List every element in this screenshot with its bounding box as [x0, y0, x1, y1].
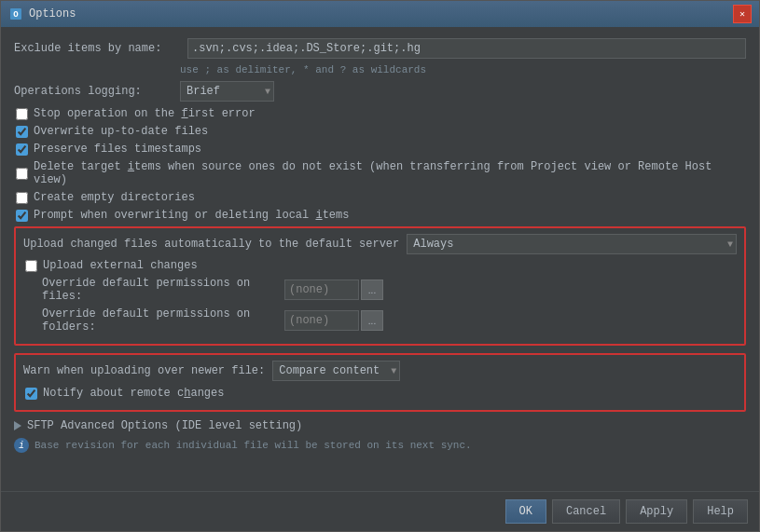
- warn-top-row: Warn when uploading over newer file: Com…: [23, 361, 737, 381]
- checkbox-row-4: Delete target items when source ones do …: [14, 160, 746, 186]
- warn-select[interactable]: Compare content Always Never: [272, 361, 400, 381]
- upload-auto-select[interactable]: Always Never On explicit save action Ask: [407, 234, 737, 254]
- warn-section: Warn when uploading over newer file: Com…: [14, 353, 746, 412]
- overwrite-files-label: Overwrite up-to-date files: [34, 125, 208, 138]
- ops-logging-label: Operations logging:: [14, 81, 180, 102]
- permissions-folders-browse-button[interactable]: ...: [361, 310, 383, 331]
- checkbox-row-1: Stop operation on the first error: [14, 107, 746, 120]
- exclude-items-row: Exclude items by name:: [14, 38, 746, 59]
- ops-logging-select[interactable]: Brief None Operations Commands: [180, 81, 274, 102]
- prompt-overwrite-label: Prompt when overwriting or deleting loca…: [34, 209, 349, 222]
- notify-changes-checkbox[interactable]: [25, 388, 37, 400]
- ops-logging-row: Operations logging: Brief None Operation…: [14, 81, 746, 102]
- sftp-expand-icon: [14, 421, 21, 430]
- overwrite-files-checkbox[interactable]: [16, 126, 28, 138]
- upload-auto-row: Upload changed files automatically to th…: [23, 234, 737, 254]
- stop-operation-checkbox[interactable]: [16, 108, 28, 120]
- upload-auto-select-wrapper: Always Never On explicit save action Ask…: [407, 234, 737, 254]
- notify-changes-label: Notify about remote changes: [43, 387, 224, 400]
- exclude-label: Exclude items by name:: [14, 38, 180, 59]
- delete-target-label: Delete target items when source ones do …: [34, 160, 746, 186]
- footer: OK Cancel Apply Help: [1, 491, 759, 531]
- help-button[interactable]: Help: [693, 499, 748, 524]
- warn-select-wrapper: Compare content Always Never ▼: [272, 361, 400, 381]
- options-content: Exclude items by name: use ; as delimite…: [1, 27, 759, 491]
- upload-external-checkbox[interactable]: [25, 260, 37, 272]
- info-row: i Base revision for each individual file…: [14, 438, 746, 453]
- prompt-overwrite-checkbox[interactable]: [16, 210, 28, 222]
- svg-text:O: O: [13, 10, 19, 20]
- info-text: Base revision for each individual file w…: [35, 440, 472, 451]
- create-empty-dirs-checkbox[interactable]: [16, 192, 28, 204]
- warn-label: Warn when uploading over newer file:: [23, 364, 265, 377]
- checkbox-row-6: Prompt when overwriting or deleting loca…: [14, 209, 746, 222]
- options-dialog: O Options ✕ Exclude items by name: use ;…: [0, 0, 760, 532]
- checkbox-row-2: Overwrite up-to-date files: [14, 125, 746, 138]
- ops-logging-select-wrapper: Brief None Operations Commands ▼: [180, 81, 274, 102]
- cancel-button[interactable]: Cancel: [552, 499, 620, 524]
- dialog-title: Options: [29, 7, 733, 20]
- dialog-icon: O: [8, 7, 23, 21]
- permissions-folders-input[interactable]: [284, 310, 359, 331]
- permissions-files-input[interactable]: [284, 280, 359, 300]
- permissions-files-row: Override default permissions on files: .…: [23, 277, 737, 303]
- permissions-folders-row: Override default permissions on folders:…: [23, 307, 737, 334]
- delete-target-checkbox[interactable]: [16, 168, 28, 180]
- preserve-timestamps-checkbox[interactable]: [16, 143, 28, 156]
- permissions-files-browse-button[interactable]: ...: [361, 280, 383, 300]
- preserve-timestamps-label: Preserve files timestamps: [34, 143, 201, 156]
- sftp-section[interactable]: SFTP Advanced Options (IDE level setting…: [14, 419, 746, 432]
- upload-section: Upload changed files automatically to th…: [14, 226, 746, 346]
- checkbox-row-3: Preserve files timestamps: [14, 143, 746, 156]
- notify-changes-row: Notify about remote changes: [23, 387, 737, 400]
- exclude-input[interactable]: [187, 38, 746, 59]
- permissions-folders-label: Override default permissions on folders:: [23, 307, 284, 334]
- close-button[interactable]: ✕: [733, 5, 752, 23]
- apply-button[interactable]: Apply: [626, 499, 687, 524]
- upload-auto-label: Upload changed files automatically to th…: [23, 238, 399, 251]
- info-icon: i: [14, 438, 29, 453]
- create-empty-dirs-label: Create empty directories: [34, 191, 195, 204]
- title-bar: O Options ✕: [1, 1, 759, 27]
- sftp-label: SFTP Advanced Options (IDE level setting…: [27, 419, 302, 432]
- upload-external-row: Upload external changes: [23, 259, 737, 272]
- checkbox-row-5: Create empty directories: [14, 191, 746, 204]
- permissions-files-label: Override default permissions on files:: [23, 277, 284, 303]
- ok-button[interactable]: OK: [505, 499, 546, 524]
- upload-external-label: Upload external changes: [43, 259, 198, 272]
- stop-operation-label: Stop operation on the first error: [34, 107, 256, 120]
- exclude-hint: use ; as delimiter, * and ? as wildcards: [180, 64, 746, 75]
